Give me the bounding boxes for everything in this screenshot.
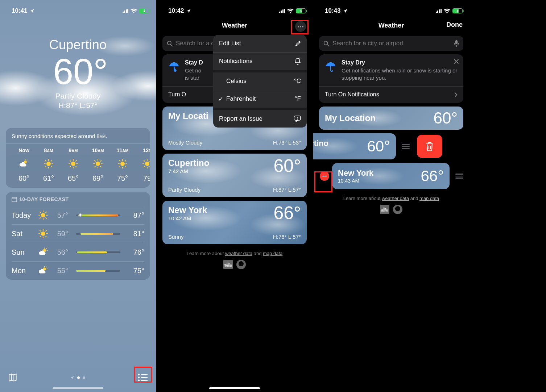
- celsius-label: °C: [294, 78, 301, 85]
- search-input[interactable]: [332, 40, 451, 47]
- weather-data-link[interactable]: weather data: [382, 196, 409, 201]
- close-icon[interactable]: [454, 59, 459, 64]
- map-icon[interactable]: [8, 373, 17, 382]
- options-menu: Edit List Notifications Celsius°C Fahren…: [213, 35, 307, 128]
- status-bar: 10:41: [0, 0, 156, 17]
- day-row[interactable]: Sat59°81°: [12, 224, 144, 243]
- svg-line-10: [51, 166, 52, 167]
- menu-celsius[interactable]: Celsius°C: [213, 72, 307, 90]
- hourly-summary: Sunny conditions expected around 8AM.: [6, 133, 150, 144]
- svg-line-18: [70, 160, 71, 161]
- swirl-icon: [393, 205, 402, 214]
- city-card-cupertino[interactable]: Cupertino7:42 AM60° Partly CloudyH:87° L…: [162, 154, 307, 197]
- menu-fahrenheit[interactable]: Fahrenheit°F: [213, 90, 307, 108]
- notification-card: Stay Dry Get notifications when rain or …: [319, 54, 463, 103]
- svg-line-39: [119, 166, 120, 167]
- city-temp: 60°: [273, 158, 301, 174]
- status-time: 10:41: [12, 7, 27, 14]
- menu-notifications[interactable]: Notifications: [213, 53, 307, 70]
- city-temp: 60°: [367, 138, 390, 155]
- svg-line-28: [100, 166, 101, 167]
- city-hilo: H:87° L:57°: [273, 187, 301, 193]
- nav-bar: Weather Done: [313, 17, 469, 33]
- home-indicator[interactable]: [209, 387, 260, 389]
- svg-point-31: [120, 162, 125, 166]
- hour-column: 10AM69°: [86, 147, 110, 183]
- nav-bar: Weather: [157, 17, 313, 33]
- city-cond: Mostly Cloudy: [168, 139, 202, 146]
- city-name: My Location: [325, 113, 376, 123]
- city-time: 10:42 AM: [168, 215, 207, 221]
- svg-line-48: [144, 166, 145, 167]
- battery-icon: [296, 8, 306, 13]
- hourly-forecast-card[interactable]: Sunny conditions expected around 8AM. No…: [6, 128, 150, 188]
- city-hilo: H:73° L:53°: [273, 139, 301, 146]
- svg-line-72: [46, 248, 46, 249]
- trash-icon: [425, 142, 434, 151]
- svg-line-27: [95, 160, 95, 161]
- weather-channel-icon: TheWeatherChannel: [223, 260, 233, 269]
- day-row[interactable]: Today57°87°: [12, 206, 144, 224]
- drag-handle[interactable]: [450, 174, 469, 179]
- screen-weather-list: 10:42 Weather Stay D Get nois star Turn …: [157, 0, 313, 392]
- pencil-icon: [295, 41, 301, 47]
- city-name: Cupertino: [168, 158, 209, 168]
- done-button[interactable]: Done: [446, 21, 463, 29]
- weather-data-link[interactable]: weather data: [225, 251, 252, 256]
- city-card-newyork[interactable]: New York10:42 AM66° SunnyH:76° L:57°: [162, 201, 307, 244]
- day-row[interactable]: Sun56°76°: [12, 243, 144, 261]
- svg-line-65: [40, 230, 41, 231]
- search-icon: [167, 41, 173, 47]
- notif-body: Get nois star: [185, 67, 203, 81]
- wifi-icon: [131, 8, 137, 13]
- city-name: New York: [168, 205, 207, 215]
- notif-action-row[interactable]: Turn On Notifications: [319, 86, 463, 98]
- svg-line-20: [76, 160, 76, 161]
- delete-button[interactable]: [417, 135, 442, 158]
- svg-point-4: [46, 162, 51, 166]
- city-name: New York: [338, 168, 373, 178]
- day-row[interactable]: Mon55°75°: [12, 261, 144, 280]
- svg-point-91: [297, 119, 298, 120]
- provider-logos: TheWeatherChannel: [313, 205, 469, 214]
- daily-forecast-card[interactable]: 10-DAY FORECAST Today57°87°Sat59°81°Sun5…: [6, 192, 150, 280]
- map-data-link[interactable]: map data: [419, 196, 439, 201]
- location-arrow-icon: [343, 8, 348, 13]
- city-row-mylocation[interactable]: My Location 60°: [319, 107, 463, 130]
- location-arrow-icon: [29, 8, 34, 13]
- mic-icon[interactable]: [454, 40, 459, 47]
- wifi-icon: [287, 8, 294, 13]
- learn-more: Learn more about weather data and map da…: [157, 251, 313, 256]
- daily-title: 10-DAY FORECAST: [12, 196, 144, 206]
- svg-point-13: [71, 162, 75, 166]
- svg-line-56: [40, 212, 41, 213]
- svg-line-3: [27, 160, 27, 160]
- menu-report-issue[interactable]: Report an Issue: [213, 110, 307, 128]
- svg-point-86: [167, 41, 171, 45]
- hour-column: 11AM75°: [110, 147, 135, 183]
- menu-edit-list[interactable]: Edit List: [213, 35, 307, 52]
- city-cond: Partly Cloudy: [168, 187, 200, 193]
- page-dots[interactable]: [70, 375, 85, 380]
- svg-line-9: [45, 160, 46, 161]
- home-indicator[interactable]: [53, 387, 103, 389]
- battery-icon: [139, 8, 149, 13]
- notif-heading: Stay D: [185, 59, 203, 66]
- hour-column: 12P79: [135, 147, 150, 183]
- drag-handle[interactable]: [396, 144, 415, 149]
- city-card-newyork[interactable]: New York10:43 AM 66°: [332, 163, 450, 189]
- location-name: Cupertino: [0, 37, 156, 53]
- search-bar[interactable]: [319, 36, 463, 51]
- nav-title: Weather: [379, 22, 404, 29]
- highlight-box: [291, 20, 309, 34]
- hour-column: 9AM65°: [61, 147, 86, 183]
- screen-weather-edit: 10:43 Weather Done Stay Dry Get notifica…: [313, 0, 469, 392]
- city-card-cupertino[interactable]: upertino43 AM 60°: [313, 133, 396, 159]
- weather-hero: Cupertino 60° Partly Cloudy H:87° L:57°: [0, 17, 156, 110]
- status-bar: 10:43: [313, 0, 469, 17]
- city-row-cupertino-swiped: upertino43 AM 60°: [313, 133, 447, 159]
- umbrella-icon: [168, 61, 180, 72]
- map-data-link[interactable]: map data: [263, 251, 282, 256]
- svg-line-29: [100, 160, 101, 161]
- status-bar: 10:42: [157, 0, 313, 17]
